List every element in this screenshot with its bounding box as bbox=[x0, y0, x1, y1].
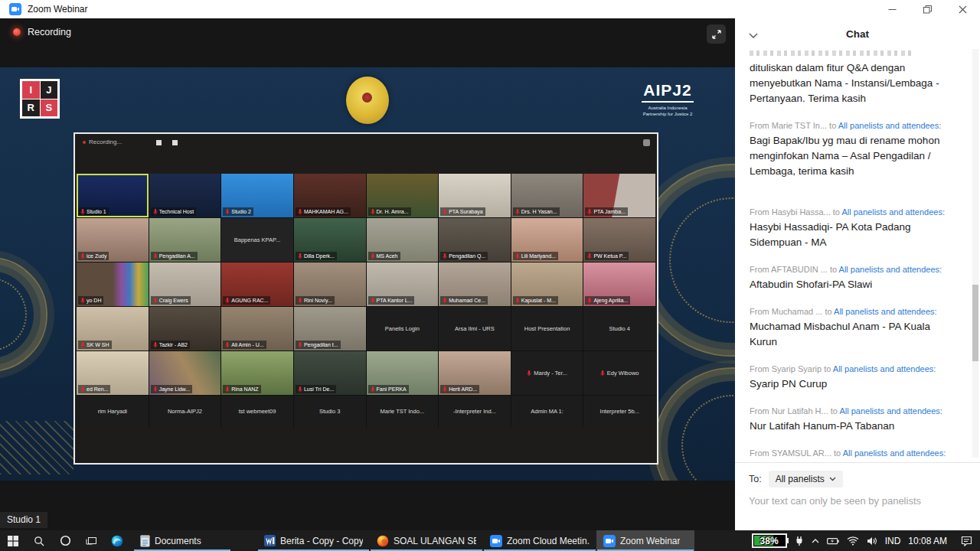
participant-tile: Norma-AIPJ2 bbox=[149, 396, 221, 427]
battery-gauge[interactable]: 38% bbox=[752, 533, 787, 548]
taskbar: DocumentsBerita - Copy - Copy...SOAL ULA… bbox=[0, 530, 980, 551]
action-center-icon[interactable] bbox=[961, 536, 972, 546]
message-body: Hasybi Hassadiqi- PA Kota Padang Sidempu… bbox=[750, 220, 959, 250]
participant-name: Admin MA 1: bbox=[511, 396, 583, 427]
taskbar-app-label: Berita - Copy - Copy... bbox=[280, 536, 363, 546]
close-button[interactable] bbox=[945, 0, 980, 18]
participant-tile: Pengadilan Q... bbox=[439, 218, 511, 262]
system-tray: 38% IND 10:08 AM bbox=[752, 530, 980, 551]
message-header: From Hasybi Hassa... to All panelists an… bbox=[750, 207, 959, 217]
message-sender: From Hasybi Hassa... to bbox=[750, 207, 841, 217]
muted-mic-icon bbox=[371, 209, 375, 215]
participant-tile: Mardy - Ter... bbox=[511, 351, 583, 395]
participant-name: Jayne Lidw... bbox=[151, 385, 192, 393]
edge-button[interactable] bbox=[104, 530, 130, 551]
participant-name: yo DH bbox=[78, 296, 103, 305]
message-recipient: All panelists and attendees: bbox=[839, 265, 942, 274]
participant-name: -Interpreter Ind... bbox=[439, 396, 511, 427]
participant-name: Pengadilan Q... bbox=[440, 252, 488, 260]
participant-tile: Studio 1 bbox=[77, 174, 149, 217]
wifi-icon[interactable] bbox=[847, 536, 859, 546]
clock[interactable]: 10:08 AM bbox=[908, 536, 947, 546]
window-controls bbox=[874, 0, 980, 18]
recording-label: Recording bbox=[28, 27, 71, 37]
participant-name: AGUNG RAC... bbox=[223, 296, 270, 305]
aipj2-title: AIPJ2 bbox=[642, 81, 693, 103]
recipient-select[interactable]: All panelists bbox=[769, 471, 843, 487]
muted-mic-icon bbox=[298, 386, 302, 393]
muted-mic-icon bbox=[443, 253, 447, 259]
message-recipient: All panelists and attendees: bbox=[841, 207, 945, 217]
participant-tile: Muhamad Ce... bbox=[439, 262, 511, 306]
participant-tile: Rini Noviy... bbox=[294, 262, 366, 306]
aipj2-subtitle: Australia Indonesia bbox=[625, 105, 710, 111]
power-plug-icon[interactable] bbox=[795, 536, 804, 546]
taskbar-app-berita-copy-copy[interactable]: Berita - Copy - Copy... bbox=[257, 530, 370, 551]
word-icon bbox=[264, 535, 276, 546]
expand-icon bbox=[711, 29, 722, 40]
aipj2-logo: AIPJ2 Australia Indonesia Partnership fo… bbox=[625, 81, 710, 117]
ijrs-letter: R bbox=[22, 99, 40, 117]
restore-button[interactable] bbox=[910, 0, 945, 18]
participant-tile: rim Haryadi bbox=[77, 396, 149, 427]
language-indicator[interactable]: IND bbox=[885, 536, 901, 546]
participant-name: rim Haryadi bbox=[77, 396, 149, 427]
participant-tile: PW Ketua P... bbox=[583, 218, 655, 262]
message-body: Syarip PN Curup bbox=[750, 377, 959, 392]
start-button[interactable] bbox=[0, 530, 26, 551]
participant-tile: Herti ARD... bbox=[439, 351, 511, 395]
chat-scrollbar[interactable] bbox=[972, 49, 978, 458]
muted-mic-icon bbox=[225, 342, 230, 348]
participant-name: Pengadilan t... bbox=[296, 341, 341, 349]
muted-mic-icon bbox=[80, 209, 85, 215]
participant-name: Kapuslat - M... bbox=[513, 296, 558, 305]
participant-name: Panelis Login bbox=[367, 307, 439, 350]
ijrs-letter: I bbox=[22, 81, 40, 99]
muted-mic-icon bbox=[371, 386, 375, 393]
recipient-value: All panelists bbox=[776, 474, 825, 484]
participant-tile: Rina NANZ bbox=[221, 351, 293, 395]
participant-name: Studio 3 bbox=[294, 396, 366, 427]
message-body: dituliskan dalam fitur Q&A dengan menyeb… bbox=[750, 60, 959, 106]
chat-input[interactable]: Your text can only be seen by panelists bbox=[749, 495, 966, 507]
scrollbar-thumb[interactable] bbox=[972, 285, 978, 361]
taskbar-app-label: Zoom Webinar bbox=[620, 536, 680, 546]
fullscreen-button[interactable] bbox=[707, 24, 726, 44]
start-icon bbox=[8, 536, 18, 546]
participant-name: Rini Noviy... bbox=[296, 296, 335, 305]
message-header: From Marie TST In... to All panelists an… bbox=[750, 120, 959, 131]
participant-tile: Arsa Ilmi - URS bbox=[439, 307, 511, 350]
volume-icon[interactable] bbox=[867, 536, 877, 546]
recording-indicator: Recording bbox=[13, 27, 71, 37]
participant-grid: Studio 1Technical HostStudio 2MAHKAMAH A… bbox=[77, 174, 655, 427]
task-view-button[interactable] bbox=[78, 530, 104, 551]
participant-tile: MAHKAMAH AG... bbox=[294, 174, 366, 217]
battery-charging-icon[interactable] bbox=[827, 537, 839, 545]
participant-name: ice Zudy bbox=[78, 252, 109, 260]
message-header: From SYAMSUL AR... to All panelists and … bbox=[750, 448, 959, 458]
window-title-bar: Zoom Webinar bbox=[0, 0, 980, 18]
chevron-down-icon bbox=[829, 477, 836, 481]
hidden-icons-chevron-icon[interactable] bbox=[812, 539, 819, 543]
participant-name: Arsa Ilmi - URS bbox=[439, 307, 511, 350]
minimize-button[interactable] bbox=[874, 0, 910, 18]
stop-icon bbox=[172, 140, 178, 145]
search-button[interactable] bbox=[26, 530, 52, 551]
taskbar-app-soal-ulangan-sb[interactable]: SOAL ULANGAN SB... bbox=[370, 530, 483, 551]
participant-name: PTA Jamba... bbox=[585, 207, 628, 216]
ijrs-letter: J bbox=[41, 81, 58, 99]
participant-tile: -Interpreter Ind... bbox=[439, 396, 511, 427]
participant-tile: Interpreter 5b... bbox=[583, 396, 655, 427]
muted-mic-icon bbox=[527, 370, 531, 377]
participant-tile: tst webmeet09 bbox=[221, 396, 293, 427]
taskbar-app-zoom-webinar[interactable]: Zoom Webinar bbox=[596, 530, 694, 551]
cortana-button[interactable] bbox=[52, 530, 78, 551]
muted-mic-icon bbox=[153, 209, 158, 215]
batik-ornament bbox=[654, 367, 735, 481]
taskbar-app-documents[interactable]: Documents bbox=[133, 530, 231, 551]
message-recipient: All panelists and attendees: bbox=[833, 364, 936, 373]
taskbar-app-zoom-cloud-meetin[interactable]: Zoom Cloud Meetin... bbox=[483, 530, 596, 551]
muted-mic-icon bbox=[587, 209, 592, 215]
participant-tile: yo DH bbox=[77, 262, 149, 306]
firefox-icon bbox=[377, 535, 389, 547]
